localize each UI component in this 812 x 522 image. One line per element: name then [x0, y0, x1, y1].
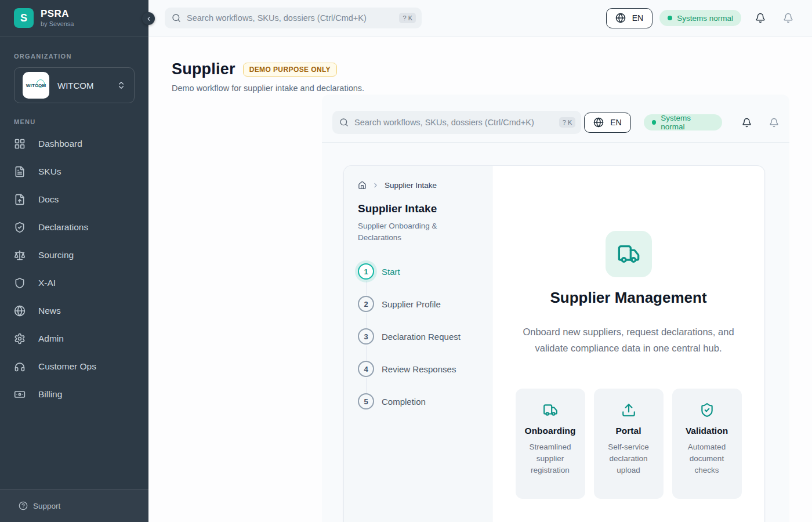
- globe-icon: [593, 117, 604, 128]
- sidebar-item-sourcing[interactable]: Sourcing: [14, 241, 135, 269]
- home-icon[interactable]: [358, 181, 367, 190]
- search-icon: [339, 118, 349, 127]
- sidebar-item-label: Admin: [38, 334, 64, 344]
- feature-card-portal: Portal Self-service declaration upload: [594, 389, 664, 499]
- step-number: 2: [358, 296, 374, 312]
- sidebar-item-label: Billing: [38, 389, 62, 400]
- shield-icon: [14, 277, 26, 289]
- global-search[interactable]: ? K: [165, 8, 422, 28]
- menu-label: MENU: [14, 118, 135, 125]
- organization-selector[interactable]: WITCOM WITCOM: [14, 67, 135, 103]
- top-header: ? K EN Systems normal: [148, 0, 812, 37]
- bell-icon: [755, 13, 766, 23]
- feature-card-validation: Validation Automated document checks: [672, 389, 742, 499]
- demo-header: ? K EN Systems normal: [332, 111, 779, 134]
- sidebar-item-label: Sourcing: [38, 250, 74, 260]
- alerts-button[interactable]: [783, 13, 793, 23]
- globe-icon: [615, 13, 626, 23]
- banknote-icon: [14, 389, 26, 400]
- layout-grid-icon: [14, 138, 26, 150]
- bell-icon: [769, 118, 779, 128]
- step-label: Review Responses: [382, 364, 456, 374]
- shortcut-badge: ? K: [399, 13, 416, 23]
- organization-section: ORGANIZATION WITCOM WITCOM: [0, 37, 148, 103]
- workflow-steps: 1 Start 2 Supplier Profile 3 Declaration…: [358, 263, 478, 409]
- brand-logo: S: [14, 8, 34, 28]
- sidebar-item-declarations[interactable]: Declarations: [14, 213, 135, 241]
- brand-name: PSRA: [41, 9, 74, 20]
- shield-check-icon: [678, 403, 736, 418]
- step-number: 4: [358, 361, 374, 377]
- panel-description: Onboard new suppliers, request declarati…: [513, 324, 745, 356]
- sidebar-item-news[interactable]: News: [14, 297, 135, 325]
- sidebar-item-label: Declarations: [38, 222, 88, 233]
- chevron-left-icon: [146, 16, 152, 22]
- demo-search[interactable]: ? K: [332, 111, 581, 134]
- sidebar-item-dashboard[interactable]: Dashboard: [14, 130, 135, 158]
- shield-check-icon: [14, 222, 26, 233]
- workflow-step-review-responses[interactable]: 4 Review Responses: [358, 361, 478, 393]
- sidebar-item-admin[interactable]: Admin: [14, 325, 135, 353]
- notifications-button[interactable]: [755, 13, 766, 23]
- scale-icon: [14, 249, 26, 261]
- upload-icon: [600, 403, 658, 418]
- breadcrumb: Supplier Intake: [358, 181, 478, 190]
- gear-icon: [14, 333, 26, 345]
- chevron-right-icon: [372, 182, 379, 189]
- sidebar-item-customer-ops[interactable]: Customer Ops: [14, 353, 135, 380]
- support-label: Support: [33, 502, 60, 510]
- feature-title: Portal: [600, 426, 658, 436]
- brand-header: S PSRA by Sevensa: [0, 0, 148, 37]
- help-circle-icon: [19, 501, 28, 510]
- feature-title: Onboarding: [521, 426, 579, 436]
- workflow-main-panel: Supplier Management Onboard new supplier…: [492, 166, 764, 522]
- demo-purpose-badge: DEMO PURPOSE ONLY: [243, 63, 337, 77]
- sidebar-item-billing[interactable]: Billing: [14, 380, 135, 408]
- support-button[interactable]: Support: [0, 489, 148, 522]
- sidebar-item-x-ai[interactable]: X-AI: [14, 269, 135, 297]
- globe-icon: [14, 305, 26, 317]
- sidebar-item-label: SKUs: [38, 166, 61, 177]
- workflow-subtitle: Supplier Onboarding & Declarations: [358, 220, 478, 244]
- main-menu: MENU Dashboard SKUs Docs Declarations So…: [0, 103, 148, 408]
- step-number: 3: [358, 328, 374, 345]
- language-button[interactable]: EN: [606, 8, 652, 28]
- demo-app-region: ? K EN Systems normal: [322, 95, 789, 522]
- step-number: 1: [358, 263, 374, 280]
- demo-search-input[interactable]: [354, 118, 553, 127]
- organization-label: ORGANIZATION: [14, 53, 135, 60]
- workflow-step-declaration-request[interactable]: 3 Declaration Request: [358, 328, 478, 361]
- sidebar-item-label: Dashboard: [38, 139, 82, 149]
- feature-description: Automated document checks: [678, 441, 736, 476]
- feature-card-onboarding: Onboarding Streamlined supplier registra…: [516, 389, 585, 499]
- search-input[interactable]: [187, 13, 393, 23]
- sidebar-item-docs[interactable]: Docs: [14, 186, 135, 213]
- step-number: 5: [358, 393, 374, 409]
- demo-notifications-button[interactable]: [742, 118, 752, 128]
- workflow-step-supplier-profile[interactable]: 2 Supplier Profile: [358, 296, 478, 328]
- workflow-title: Supplier Intake: [358, 202, 478, 215]
- workflow-step-completion[interactable]: 5 Completion: [358, 393, 478, 409]
- sidebar: S PSRA by Sevensa ORGANIZATION WITCOM WI…: [0, 0, 148, 522]
- page-head: Supplier DEMO PURPOSE ONLY Demo workflow…: [172, 60, 364, 93]
- workflow-sidebar: Supplier Intake Supplier Intake Supplier…: [344, 166, 492, 522]
- demo-system-status-badge: Systems normal: [644, 114, 722, 130]
- language-label: EN: [632, 13, 643, 23]
- status-label: Systems normal: [661, 114, 714, 131]
- workflow-card: Supplier Intake Supplier Intake Supplier…: [343, 165, 765, 522]
- sidebar-item-skus[interactable]: SKUs: [14, 158, 135, 186]
- sidebar-collapse-button[interactable]: [142, 12, 155, 25]
- truck-icon: [521, 403, 579, 418]
- truck-icon: [606, 231, 652, 277]
- status-dot: [668, 16, 672, 20]
- page-title: Supplier: [172, 60, 235, 78]
- organization-logo-text: WITCOM: [26, 83, 46, 88]
- demo-language-button[interactable]: EN: [584, 113, 630, 133]
- demo-alerts-button[interactable]: [769, 118, 779, 128]
- chevrons-up-down-icon: [117, 81, 126, 90]
- workflow-step-start[interactable]: 1 Start: [358, 263, 478, 296]
- sidebar-item-label: X-AI: [38, 278, 56, 288]
- demo-header-divider: [322, 142, 789, 143]
- sidebar-item-label: Docs: [38, 194, 59, 205]
- step-label: Start: [382, 267, 400, 277]
